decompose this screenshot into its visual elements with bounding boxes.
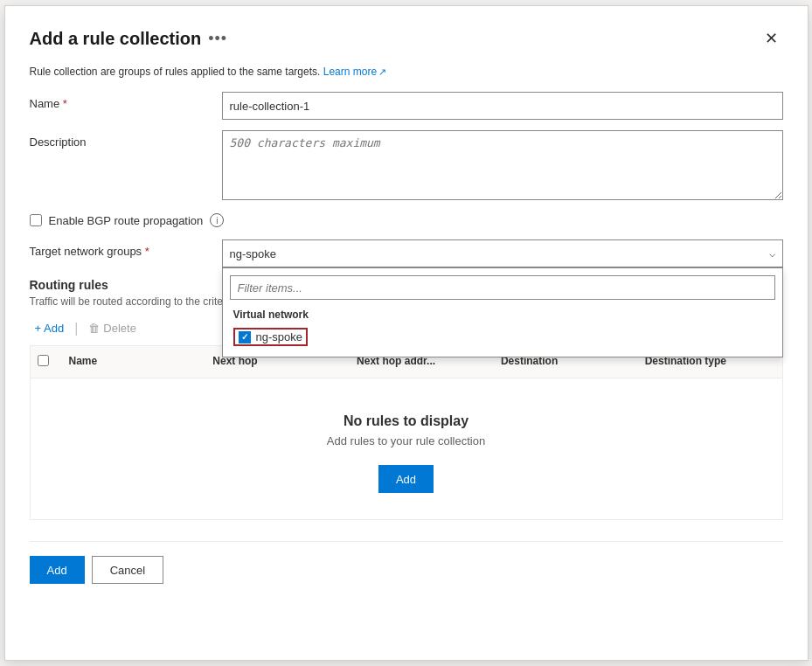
name-required: * (63, 97, 67, 110)
description-label: Description (30, 130, 222, 149)
add-rule-collection-dialog: Add a rule collection ••• ✕ Rule collect… (4, 5, 809, 661)
filter-input[interactable] (230, 275, 775, 300)
empty-title: No rules to display (344, 413, 468, 429)
virtual-network-section-label: Virtual network (223, 307, 782, 324)
name-label: Name * (30, 92, 222, 110)
empty-add-button[interactable]: Add (378, 465, 434, 493)
toolbar-divider: | (74, 321, 78, 336)
select-all-col (31, 346, 62, 378)
info-text: Rule collection are groups of rules appl… (30, 66, 321, 78)
empty-subtitle: Add rules to your rule collection (327, 434, 485, 447)
target-row: Target network groups * ng-spoke ⌵ Virtu… (30, 239, 783, 267)
rules-table: Name Next hop Next hop addr... Destinati… (30, 345, 783, 520)
info-tooltip-icon[interactable]: i (210, 213, 224, 227)
footer-cancel-button[interactable]: Cancel (92, 556, 163, 584)
delete-icon: 🗑 (88, 322, 100, 335)
description-input-wrapper (222, 130, 783, 203)
target-required: * (145, 245, 149, 258)
name-row: Name * (30, 92, 783, 120)
target-label: Target network groups * (30, 239, 222, 258)
close-button[interactable]: ✕ (760, 27, 783, 50)
description-row: Description (30, 130, 783, 203)
ng-spoke-checkbox: ✓ (239, 331, 251, 343)
dialog-title-row: Add a rule collection ••• (30, 29, 228, 49)
dialog-title: Add a rule collection (30, 29, 202, 49)
description-input[interactable] (222, 130, 783, 200)
target-dropdown-value: ng-spoke (230, 247, 276, 260)
bgp-label: Enable BGP route propagation (49, 214, 204, 227)
add-rule-button[interactable]: + Add (30, 318, 70, 338)
add-rule-label: + Add (35, 322, 65, 335)
ng-spoke-label: ng-spoke (256, 330, 302, 343)
more-options-icon[interactable]: ••• (208, 30, 227, 48)
target-dropdown[interactable]: ng-spoke ⌵ (222, 239, 783, 267)
info-bar: Rule collection are groups of rules appl… (30, 66, 783, 78)
learn-more-link[interactable]: Learn more ↗ (323, 66, 386, 78)
col-name: Name (62, 346, 206, 378)
chevron-down-icon: ⌵ (769, 247, 775, 260)
ng-spoke-item[interactable]: ✓ ng-spoke (223, 324, 782, 350)
target-dropdown-wrapper: ng-spoke ⌵ Virtual network ✓ ng-spoke (222, 239, 783, 267)
table-empty-state: No rules to display Add rules to your ru… (31, 378, 782, 519)
dialog-header: Add a rule collection ••• ✕ (30, 27, 783, 50)
name-input-wrapper (222, 92, 783, 120)
footer-add-button[interactable]: Add (30, 556, 85, 584)
delete-label: Delete (103, 322, 136, 335)
dropdown-panel: Virtual network ✓ ng-spoke (222, 267, 783, 357)
external-link-icon: ↗ (378, 66, 386, 78)
dialog-footer: Add Cancel (30, 541, 783, 584)
delete-rule-button[interactable]: 🗑 Delete (83, 318, 142, 338)
select-all-checkbox[interactable] (38, 355, 49, 366)
name-input[interactable] (222, 92, 783, 120)
bgp-row: Enable BGP route propagation i (30, 213, 783, 227)
bgp-checkbox[interactable] (30, 214, 42, 226)
